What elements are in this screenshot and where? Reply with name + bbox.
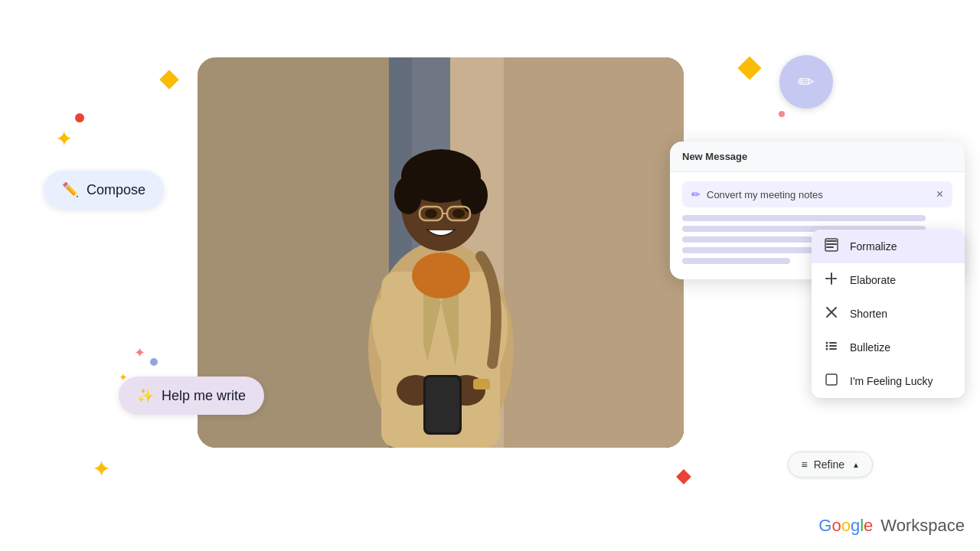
svg-rect-38 (829, 348, 837, 350)
help-write-label: Help me write (162, 388, 246, 404)
help-write-icon: ✨ (137, 387, 154, 404)
svg-rect-26 (826, 243, 837, 245)
menu-item-elaborate[interactable]: Elaborate (812, 263, 965, 297)
compose-icon: ✏️ (62, 181, 79, 198)
dot-decor-3 (150, 358, 158, 366)
svg-point-16 (425, 209, 437, 218)
svg-point-33 (826, 342, 828, 344)
svg-rect-36 (829, 345, 837, 347)
message-card-title: New Message (682, 151, 747, 162)
menu-item-shorten-label: Shorten (850, 308, 887, 320)
g-letter-G: G (818, 516, 831, 535)
main-photo (198, 57, 684, 448)
svg-point-8 (412, 253, 470, 298)
shorten-icon (824, 305, 839, 322)
google-workspace-logo: Google Workspace (818, 516, 965, 536)
refine-icon: ≡ (801, 458, 807, 471)
menu-item-bulletize-label: Bulletize (850, 341, 890, 354)
dot-decor-2 (779, 111, 785, 117)
svg-rect-25 (826, 240, 837, 242)
refine-arrow: ▲ (852, 461, 860, 469)
compose-label: Compose (87, 182, 145, 198)
ai-circle-icon: ✏ (798, 70, 815, 94)
svg-rect-27 (826, 246, 834, 248)
g-letter-g: g (851, 516, 860, 535)
text-line-1 (682, 215, 926, 221)
svg-point-37 (826, 348, 828, 350)
refine-label: Refine (814, 458, 844, 471)
formalize-icon (824, 238, 839, 255)
svg-rect-23 (426, 377, 459, 432)
svg-rect-39 (826, 374, 837, 385)
svg-point-35 (826, 345, 828, 347)
ai-prompt-icon: ✏ (691, 188, 701, 201)
message-card-header: New Message (670, 142, 965, 172)
menu-item-shorten[interactable]: Shorten (812, 297, 965, 331)
text-line-4 (682, 247, 831, 253)
bulletize-icon (824, 339, 839, 356)
ai-prompt-text: Convert my meeting notes (707, 189, 930, 201)
dot-decor-1 (75, 113, 84, 122)
google-text: Google (818, 516, 873, 536)
compose-button[interactable]: ✏️ Compose (44, 171, 164, 209)
text-line-5 (682, 258, 790, 264)
svg-point-12 (460, 176, 488, 214)
ai-prompt-bar[interactable]: ✏ Convert my meeting notes × (682, 181, 952, 207)
sparkle-decor-3: ✦ (134, 344, 145, 361)
sparkle-decor-1: ✦ (55, 126, 73, 152)
elaborate-icon (824, 272, 839, 289)
refine-button[interactable]: ≡ Refine ▲ (788, 452, 873, 478)
svg-rect-24 (473, 379, 490, 390)
svg-point-11 (394, 176, 422, 214)
g-letter-e: e (864, 516, 873, 535)
menu-item-formalize[interactable]: Formalize (812, 230, 965, 263)
svg-point-17 (452, 209, 465, 218)
menu-item-formalize-label: Formalize (850, 240, 897, 253)
diamond-decor-1 (159, 70, 178, 89)
svg-rect-2 (504, 57, 684, 448)
g-letter-o1: o (831, 516, 841, 535)
help-me-write-button[interactable]: ✨ Help me write (119, 377, 264, 415)
refine-dropdown-menu: Formalize Elaborate Shorten Bulletize I'… (812, 230, 965, 398)
menu-item-feeling-lucky[interactable]: I'm Feeling Lucky (812, 364, 965, 398)
ai-circle-button[interactable]: ✏ (779, 55, 833, 109)
close-button[interactable]: × (936, 187, 943, 201)
diamond-decor-2 (737, 56, 761, 80)
g-letter-o2: o (841, 516, 851, 535)
sparkle-decor-5: ✦ (92, 455, 111, 482)
svg-rect-34 (829, 342, 837, 344)
menu-item-feeling-lucky-label: I'm Feeling Lucky (850, 375, 933, 387)
feeling-lucky-icon (824, 373, 839, 390)
menu-item-elaborate-label: Elaborate (850, 274, 896, 286)
workspace-text: Workspace (880, 516, 965, 536)
menu-item-bulletize[interactable]: Bulletize (812, 331, 965, 364)
diamond-decor-3 (676, 469, 691, 484)
